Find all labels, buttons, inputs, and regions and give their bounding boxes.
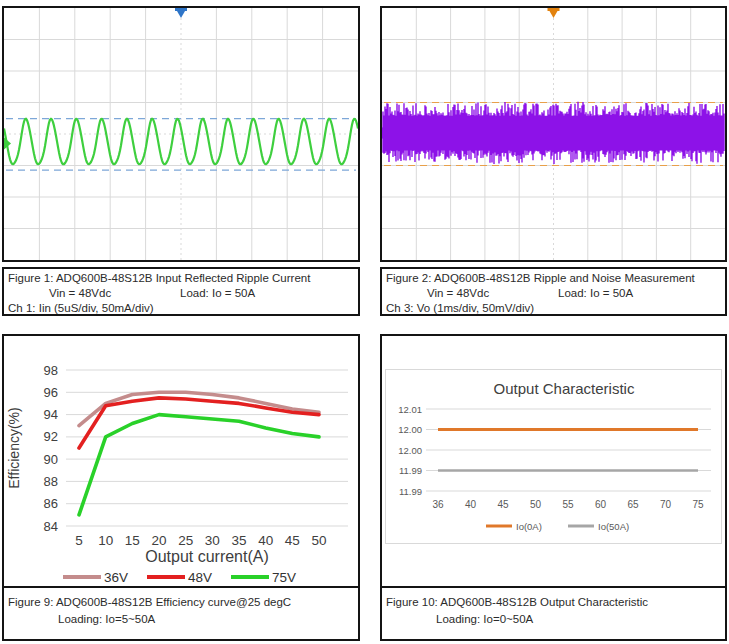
svg-text:36V: 36V [104, 570, 128, 585]
datasheet-figures-page: Figure 1: ADQ600B-48S12B Input Reflected… [0, 0, 729, 644]
svg-text:45: 45 [285, 533, 300, 548]
fig1-caption-conditions: Vin = 48Vdc Load: Io = 50A [8, 286, 354, 301]
svg-text:12.01: 12.01 [398, 404, 422, 415]
svg-text:12.00: 12.00 [398, 424, 422, 435]
fig9-panel: 84868890929496985101520253035404550Effic… [2, 334, 360, 641]
fig10-panel: Output Characteristic12.0112.0012.0011.9… [380, 334, 727, 641]
svg-text:50: 50 [311, 533, 326, 548]
fig9-caption-title: Figure 9: ADQ600B-48S12B Efficiency curv… [8, 594, 354, 611]
svg-text:96: 96 [44, 385, 58, 400]
fig10-loading-label: Loading: Io=0~50A [436, 611, 721, 628]
fig1-load-label: Load: Io = 50A [180, 286, 255, 301]
svg-text:86: 86 [44, 496, 58, 511]
svg-text:75: 75 [692, 499, 704, 510]
svg-text:5: 5 [75, 533, 83, 548]
svg-text:36: 36 [432, 499, 444, 510]
fig2-vin-label: Vin = 48Vdc [427, 286, 489, 301]
svg-text:15: 15 [125, 533, 140, 548]
svg-text:60: 60 [595, 499, 607, 510]
svg-text:11.99: 11.99 [399, 465, 422, 476]
fig10-caption-title: Figure 10: ADQ600B-48S12B Output Charact… [386, 594, 721, 611]
svg-text:88: 88 [44, 474, 58, 489]
fig10-caption: Figure 10: ADQ600B-48S12B Output Charact… [382, 586, 725, 639]
svg-text:65: 65 [627, 499, 639, 510]
svg-text:50: 50 [530, 499, 542, 510]
svg-text:40: 40 [258, 533, 273, 548]
fig1-caption: Figure 1: ADQ600B-48S12B Input Reflected… [2, 267, 360, 316]
fig2-caption-conditions: Vin = 48Vdc Load: Io = 50A [386, 286, 721, 301]
svg-text:Output current(A): Output current(A) [145, 548, 269, 565]
svg-text:11.99: 11.99 [399, 486, 422, 497]
fig10-output-chart: Output Characteristic12.0112.0012.0011.9… [386, 370, 721, 543]
svg-text:70: 70 [660, 499, 672, 510]
svg-text:90: 90 [44, 452, 58, 467]
svg-text:48V: 48V [188, 570, 212, 585]
fig2-scope-canvas [382, 8, 725, 260]
svg-text:75V: 75V [272, 570, 296, 585]
fig2-load-label: Load: Io = 50A [558, 286, 633, 301]
svg-text:98: 98 [44, 363, 58, 378]
fig10-chart-frame: Output Characteristic12.0112.0012.0011.9… [385, 369, 722, 544]
svg-text:Output Characteristic: Output Characteristic [494, 380, 635, 397]
svg-text:Io(0A): Io(0A) [516, 521, 542, 532]
svg-text:55: 55 [562, 499, 574, 510]
svg-text:92: 92 [44, 429, 58, 444]
fig1-caption-title: Figure 1: ADQ600B-48S12B Input Reflected… [8, 271, 354, 286]
svg-text:12.00: 12.00 [398, 445, 422, 456]
fig2-caption: Figure 2: ADQ600B-48S12B Ripple and Nois… [380, 267, 727, 316]
fig1-oscilloscope-panel [2, 6, 360, 262]
svg-text:Efficiency(%): Efficiency(%) [6, 407, 22, 488]
fig2-channel-label: Ch 3: Vo (1ms/div, 50mV/div) [386, 301, 721, 316]
svg-text:25: 25 [178, 533, 193, 548]
svg-text:84: 84 [44, 519, 58, 534]
fig1-scope-canvas [4, 8, 358, 260]
fig9-caption: Figure 9: ADQ600B-48S12B Efficiency curv… [4, 586, 358, 639]
fig1-vin-label: Vin = 48Vdc [49, 286, 111, 301]
fig1-channel-label: Ch 1: Iin (5uS/div, 50mA/div) [8, 301, 354, 316]
svg-text:45: 45 [497, 499, 509, 510]
svg-text:30: 30 [205, 533, 220, 548]
svg-text:Io(50A): Io(50A) [598, 521, 629, 532]
fig9-loading-label: Loading: Io=5~50A [58, 611, 354, 628]
svg-text:94: 94 [44, 407, 58, 422]
svg-text:10: 10 [98, 533, 113, 548]
svg-text:20: 20 [151, 533, 166, 548]
fig9-efficiency-chart: 84868890929496985101520253035404550Effic… [4, 336, 358, 588]
fig2-caption-title: Figure 2: ADQ600B-48S12B Ripple and Nois… [386, 271, 721, 286]
svg-text:40: 40 [465, 499, 477, 510]
fig2-oscilloscope-panel [380, 6, 727, 262]
svg-text:35: 35 [231, 533, 246, 548]
